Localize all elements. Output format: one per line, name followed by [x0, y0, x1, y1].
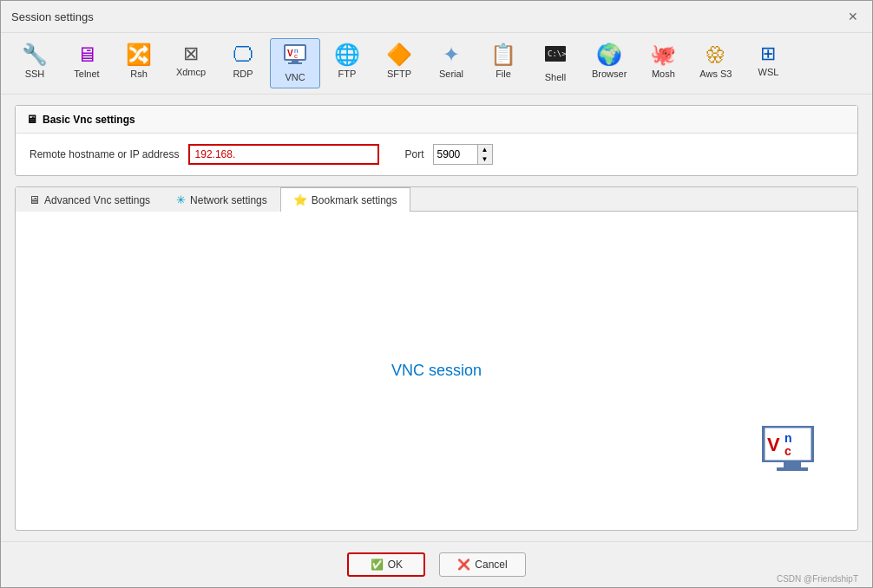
toolbar-item-rdp[interactable]: 🖵 RDP [218, 38, 268, 88]
toolbar-item-wsl[interactable]: ⊞ WSL [743, 38, 793, 88]
ok-button[interactable]: ✅ OK [347, 552, 425, 577]
toolbar-item-xdmcp[interactable]: ⊠ Xdmcp [166, 38, 216, 88]
toolbar-item-telnet[interactable]: 🖥 Telnet [62, 38, 112, 88]
watermark: CSDN @FriendshipT [777, 574, 858, 584]
port-spinbox: ▲ ▼ [433, 144, 493, 165]
basic-vnc-header-icon: 🖥 [26, 113, 37, 126]
port-input[interactable] [434, 147, 477, 162]
browser-label: Browser [592, 69, 627, 79]
serial-icon: ✦ [443, 44, 460, 65]
awss3-icon: 🏵 [706, 44, 726, 65]
cancel-label: Cancel [475, 559, 507, 571]
basic-vnc-header: 🖥 Basic Vnc settings [16, 106, 857, 134]
hostname-input[interactable] [188, 144, 379, 165]
vnc-monitor: V n c [762, 426, 814, 462]
file-label: File [496, 69, 511, 79]
ok-icon: ✅ [371, 559, 384, 571]
footer: ✅ OK ❌ Cancel CSDN @FriendshipT [1, 541, 872, 587]
rdp-icon: 🖵 [233, 44, 253, 65]
basic-vnc-header-label: Basic Vnc settings [43, 114, 135, 126]
toolbar: 🔧 SSH 🖥 Telnet 🔀 Rsh ⊠ Xdmcp 🖵 RDP [1, 33, 872, 95]
telnet-label: Telnet [74, 69, 99, 79]
port-label: Port [405, 148, 424, 160]
session-settings-window: Session settings ✕ 🔧 SSH 🖥 Telnet 🔀 Rsh … [0, 0, 873, 588]
toolbar-item-ftp[interactable]: 🌐 FTP [322, 38, 372, 88]
title-bar: Session settings ✕ [1, 1, 872, 33]
toolbar-item-awss3[interactable]: 🏵 Aws S3 [690, 38, 741, 88]
sftp-label: SFTP [387, 69, 411, 79]
cancel-button[interactable]: ❌ Cancel [439, 552, 525, 577]
rsh-label: Rsh [130, 69, 148, 79]
toolbar-item-browser[interactable]: 🌍 Browser [582, 38, 636, 88]
browser-icon: 🌍 [596, 44, 622, 65]
basic-vnc-panel: 🖥 Basic Vnc settings Remote hostname or … [15, 105, 858, 176]
vnc-base [777, 467, 808, 471]
basic-vnc-body: Remote hostname or IP address Port ▲ ▼ [16, 134, 857, 175]
ssh-label: SSH [25, 69, 45, 79]
mosh-label: Mosh [652, 69, 675, 79]
toolbar-item-mosh[interactable]: 🐙 Mosh [638, 38, 688, 88]
serial-label: Serial [439, 69, 463, 79]
advanced-vnc-tab-label: Advanced Vnc settings [44, 194, 150, 206]
cancel-icon: ❌ [457, 559, 470, 571]
close-button[interactable]: ✕ [844, 8, 862, 25]
toolbar-item-sftp[interactable]: 🔶 SFTP [374, 38, 424, 88]
tab-bookmark[interactable]: ⭐ Bookmark settings [280, 187, 410, 212]
toolbar-item-ssh[interactable]: 🔧 SSH [10, 38, 60, 88]
svg-text:n: n [784, 431, 792, 445]
tabs-body: VNC session V n c [16, 212, 857, 530]
ftp-icon: 🌐 [334, 44, 360, 65]
mosh-icon: 🐙 [650, 44, 676, 65]
main-content: 🖥 Basic Vnc settings Remote hostname or … [1, 95, 872, 541]
advanced-vnc-tab-icon: 🖥 [29, 193, 40, 206]
toolbar-item-file[interactable]: 📋 File [478, 38, 528, 88]
svg-text:c: c [784, 444, 791, 458]
shell-icon: C:\> [543, 44, 568, 69]
svg-text:V: V [767, 434, 780, 455]
ok-label: OK [388, 559, 403, 571]
ssh-icon: 🔧 [22, 44, 48, 65]
telnet-icon: 🖥 [76, 44, 97, 65]
window-title: Session settings [11, 10, 94, 23]
sftp-icon: 🔶 [386, 44, 412, 65]
vnc-session-label: VNC session [391, 362, 482, 380]
awss3-label: Aws S3 [699, 69, 732, 79]
bookmark-tab-icon: ⭐ [293, 193, 307, 206]
wsl-icon: ⊞ [760, 44, 776, 63]
xdmcp-label: Xdmcp [176, 67, 206, 77]
vnc-icon: V n c [283, 44, 307, 69]
port-spin-buttons: ▲ ▼ [477, 145, 492, 164]
ftp-label: FTP [338, 69, 357, 79]
svg-text:c: c [294, 52, 298, 60]
port-decrement-button[interactable]: ▼ [478, 154, 492, 164]
svg-text:C:\>: C:\> [548, 49, 567, 58]
svg-rect-4 [292, 60, 299, 62]
file-icon: 📋 [490, 44, 516, 65]
tabs-header: 🖥 Advanced Vnc settings ✳ Network settin… [16, 187, 857, 212]
toolbar-item-serial[interactable]: ✦ Serial [426, 38, 476, 88]
toolbar-item-vnc[interactable]: V n c VNC [270, 38, 320, 88]
vnc-logo: V n c [762, 426, 823, 478]
vnc-label: VNC [285, 72, 305, 82]
shell-label: Shell [545, 72, 566, 82]
toolbar-item-shell[interactable]: C:\> Shell [530, 38, 581, 88]
toolbar-item-rsh[interactable]: 🔀 Rsh [114, 38, 164, 88]
hostname-row: Remote hostname or IP address Port ▲ ▼ [30, 144, 843, 165]
svg-rect-5 [288, 62, 302, 64]
bookmark-tab-label: Bookmark settings [312, 194, 397, 206]
rdp-label: RDP [233, 69, 253, 79]
tab-advanced-vnc[interactable]: 🖥 Advanced Vnc settings [16, 187, 163, 212]
advanced-tabs-panel: 🖥 Advanced Vnc settings ✳ Network settin… [15, 186, 858, 531]
tab-network[interactable]: ✳ Network settings [163, 187, 280, 212]
rsh-icon: 🔀 [126, 44, 152, 65]
svg-text:V: V [287, 49, 293, 58]
hostname-label: Remote hostname or IP address [30, 148, 180, 160]
port-increment-button[interactable]: ▲ [478, 145, 492, 154]
network-tab-label: Network settings [190, 194, 267, 206]
wsl-label: WSL [758, 67, 779, 77]
xdmcp-icon: ⊠ [183, 44, 199, 63]
network-tab-icon: ✳ [176, 193, 186, 206]
